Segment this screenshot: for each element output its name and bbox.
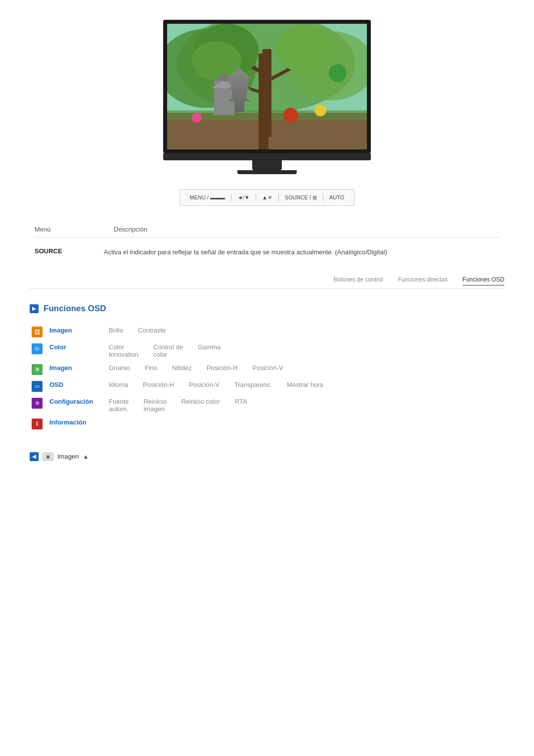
tab-funciones-osd[interactable]: Funciones OSD <box>462 276 504 285</box>
submenu-reinicio-imagen[interactable]: Reinicioimagen <box>143 398 166 413</box>
osd-row-osd: ▭ OSD Idioma Posición-H Posición-V Trans… <box>30 378 504 395</box>
menu-table: Menú Descripción SOURCE Activa el indica… <box>35 226 499 261</box>
submenu-configuracion: Fuenteautom. Reinicioimagen Reinicio col… <box>109 398 504 413</box>
osd-row-informacion: ℹ Información <box>30 416 504 432</box>
icon-cell-imagen-2: ⊕ <box>30 364 44 375</box>
icon-cell-informacion: ℹ <box>30 419 44 429</box>
monitor-screen <box>163 20 371 153</box>
submenu-color-innovation[interactable]: ColorInnovation <box>109 343 138 358</box>
submenu-grueso[interactable]: Grueso <box>109 364 130 372</box>
icon-color: ◎ <box>32 343 43 354</box>
menu-table-section: Menú Descripción SOURCE Activa el indica… <box>30 226 504 261</box>
submenu-color: ColorInnovation Control decolor Gamma <box>109 343 504 358</box>
menu-button-item[interactable]: MENU / ▬▬▬ <box>190 194 225 200</box>
bottom-nav-page-icon: ▣ <box>43 453 53 461</box>
icon-configuracion: ⚙ <box>32 398 43 409</box>
svg-point-19 <box>192 113 202 123</box>
monitor-display <box>163 20 371 174</box>
bottom-nav-label: Imagen <box>57 453 79 460</box>
table-row: SOURCE Activa el indicador para reflejar… <box>35 243 499 261</box>
submenu-rta[interactable]: RTA <box>235 398 247 413</box>
button-bar: MENU / ▬▬▬ ◄/▼ ▲☀ SOURCE / ⊞ AUTO <box>179 189 355 206</box>
submenu-idioma[interactable]: Idioma <box>109 381 128 388</box>
divider-3 <box>278 193 279 201</box>
svg-point-11 <box>192 41 241 81</box>
label-imagen-1[interactable]: Imagen <box>49 327 104 334</box>
auto-button-item[interactable]: AUTO <box>329 194 344 200</box>
button-bar-section: MENU / ▬▬▬ ◄/▼ ▲☀ SOURCE / ⊞ AUTO <box>30 189 504 206</box>
submenu-gamma[interactable]: Gamma <box>198 343 221 358</box>
monitor-stand <box>252 160 282 170</box>
menu-icon: ▬▬▬ <box>210 195 225 200</box>
submenu-imagen-1: Brillo Contraste <box>109 327 504 334</box>
menu-table-header: Menú Descripción <box>35 226 499 237</box>
submenu-posicion-v-1[interactable]: Posición-V <box>253 364 283 372</box>
monitor-section <box>30 20 504 174</box>
submenu-posicion-v-2[interactable]: Posición-V <box>189 381 220 388</box>
submenu-nitidez[interactable]: Nitidez <box>172 364 192 372</box>
osd-row-imagen-2: ⊕ Imagen Grueso Fino Nitidez Posición-H … <box>30 361 504 378</box>
submenu-fino[interactable]: Fino <box>145 364 157 372</box>
icon-imagen-2: ⊕ <box>32 364 43 375</box>
bottom-nav: ◀ ▣ Imagen ▲ <box>30 452 504 461</box>
label-configuracion[interactable]: Configuración <box>49 398 104 405</box>
icon-imagen-1: 🖼 <box>32 327 43 337</box>
svg-rect-6 <box>259 53 268 149</box>
osd-row-configuracion: ⚙ Configuración Fuenteautom. Reinicioima… <box>30 395 504 416</box>
nav-icons: ◄/▼ <box>237 194 250 200</box>
submenu-transparenc[interactable]: Transparenc. <box>234 381 272 388</box>
menu-label: MENU / <box>190 194 209 200</box>
brightness-icon: ▲☀ <box>262 194 272 201</box>
icon-cell-imagen-1: 🖼 <box>30 327 44 337</box>
brightness-button-item[interactable]: ▲☀ <box>262 194 272 201</box>
source-icon: ⊞ <box>312 194 317 201</box>
osd-row-imagen-1: 🖼 Imagen Brillo Contraste <box>30 324 504 340</box>
label-imagen-2[interactable]: Imagen <box>49 364 104 372</box>
monitor-foot <box>237 170 297 174</box>
header-menu: Menú <box>35 226 84 233</box>
scene-svg <box>167 24 367 149</box>
label-color[interactable]: Color <box>49 343 104 351</box>
label-osd[interactable]: OSD <box>49 381 104 388</box>
svg-point-17 <box>283 108 298 123</box>
icon-osd: ▭ <box>32 381 43 392</box>
header-desc: Descripción <box>114 226 499 233</box>
svg-point-12 <box>276 24 335 73</box>
submenu-brillo[interactable]: Brillo <box>109 327 123 334</box>
tab-funciones-directas[interactable]: Funciones directas <box>398 276 448 285</box>
osd-section: ▶ Funciones OSD 🖼 Imagen Brillo Contrast… <box>30 304 504 432</box>
menu-value-source: Activa el indicador para reflejar la señ… <box>104 247 499 257</box>
icon-cell-osd: ▭ <box>30 381 44 392</box>
submenu-fuente-autom[interactable]: Fuenteautom. <box>109 398 129 413</box>
submenu-osd: Idioma Posición-H Posición-V Transparenc… <box>109 381 504 388</box>
bottom-nav-prev-icon[interactable]: ◀ <box>30 452 39 461</box>
osd-row-color: ◎ Color ColorInnovation Control decolor … <box>30 340 504 361</box>
submenu-mostrar-hora[interactable]: Mostrar hora <box>287 381 323 388</box>
tab-botones-control[interactable]: Botones de control <box>334 276 383 285</box>
source-button-item[interactable]: SOURCE / ⊞ <box>285 194 317 201</box>
submenu-reinicio-color[interactable]: Reinicio color <box>181 398 220 413</box>
divider-2 <box>256 193 256 201</box>
monitor-base <box>163 153 371 160</box>
icon-informacion: ℹ <box>32 419 43 429</box>
osd-title-bar: ▶ Funciones OSD <box>30 304 504 314</box>
submenu-imagen-2: Grueso Fino Nitidez Posición-H Posición-… <box>109 364 504 372</box>
svg-point-18 <box>314 104 326 116</box>
nav-button-item[interactable]: ◄/▼ <box>237 194 250 200</box>
auto-label: AUTO <box>329 194 344 200</box>
label-informacion[interactable]: Información <box>49 419 104 426</box>
menu-key-source: SOURCE <box>35 247 84 257</box>
submenu-contraste[interactable]: Contraste <box>138 327 166 334</box>
divider-1 <box>231 193 231 201</box>
divider-4 <box>323 193 323 201</box>
osd-title: Funciones OSD <box>44 304 106 314</box>
source-label: SOURCE / <box>285 194 311 200</box>
submenu-posicion-h-1[interactable]: Posición-H <box>207 364 238 372</box>
monitor-image <box>167 24 367 149</box>
nav-tabs-section: Botones de control Funciones directas Fu… <box>30 276 504 289</box>
submenu-control-de-color[interactable]: Control decolor <box>153 343 183 358</box>
osd-title-icon: ▶ <box>30 304 39 313</box>
bottom-nav-arrow[interactable]: ▲ <box>83 453 89 460</box>
icon-cell-configuracion: ⚙ <box>30 398 44 409</box>
submenu-posicion-h-2[interactable]: Posición-H <box>143 381 174 388</box>
